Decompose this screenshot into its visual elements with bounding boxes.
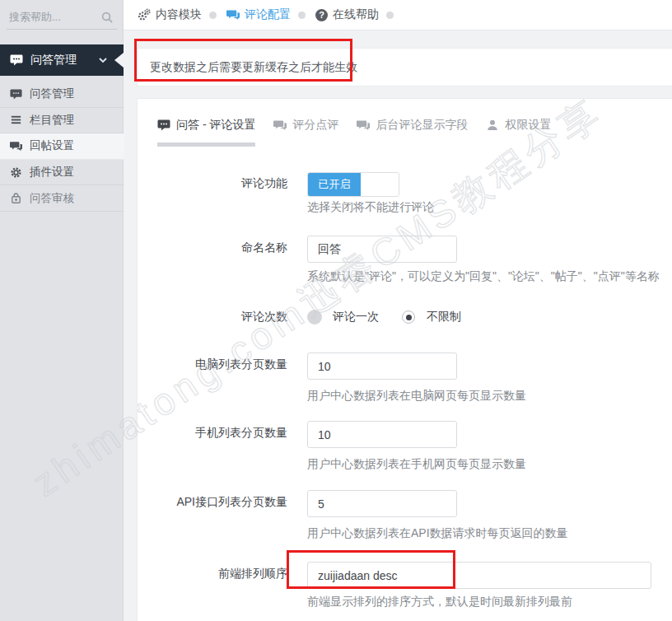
sort-order-input[interactable] xyxy=(307,562,651,589)
search-icon[interactable] xyxy=(100,11,114,24)
comments-icon xyxy=(357,119,370,132)
search-input[interactable] xyxy=(7,11,100,23)
tab-label: 后台评论显示字段 xyxy=(376,118,468,133)
sidebar-item-column-management[interactable]: 栏目管理 xyxy=(0,108,124,134)
sidebar-item-label: 插件设置 xyxy=(30,165,74,180)
sidebar-item-label: 问答审核 xyxy=(30,191,74,206)
cache-notice-text: 更改数据之后需要更新缓存之后才能生效 xyxy=(150,60,357,75)
field-label-sort-order: 前端排列顺序 xyxy=(138,560,287,586)
nav-tab-comment-config[interactable]: 评论配置 xyxy=(226,7,291,22)
tab-backend-comment-fields[interactable]: 后台评论显示字段 xyxy=(357,118,468,147)
comments-icon xyxy=(10,140,22,152)
nav-tab-dot[interactable] xyxy=(386,12,394,19)
field-label-api-page-size: API接口列表分页数量 xyxy=(138,488,287,515)
field-label-naming: 命名名称 xyxy=(138,234,287,260)
field-help: 前端显示排列的排序方式，默认是时间最新排列最前 xyxy=(307,595,572,609)
radio-label-comment-once: 评论一次 xyxy=(333,310,379,325)
sidebar-item-label: 问答管理 xyxy=(30,86,74,101)
sidebar-item-label: 栏目管理 xyxy=(30,113,74,128)
list-icon xyxy=(10,114,22,126)
pc-page-size-input[interactable] xyxy=(307,353,457,380)
tab-qa-comment-settings[interactable]: 问答 - 评论设置 xyxy=(157,118,255,147)
audit-lock-icon xyxy=(10,192,22,204)
nav-tab-label: 内容模块 xyxy=(156,7,202,22)
field-help: 系统默认是"评论"，可以定义为"回复"、"论坛"、"帖子"、"点评"等名称 xyxy=(307,269,660,284)
nav-tab-online-help[interactable]: ? 在线帮助 xyxy=(315,7,379,22)
sidebar-item-reply-settings[interactable]: 回帖设置 xyxy=(0,133,124,160)
cogs-icon xyxy=(138,8,151,21)
nav-tab-label: 在线帮助 xyxy=(333,7,379,22)
tab-rating-review[interactable]: 评分点评 xyxy=(273,118,338,147)
sidebar-item-plugin-settings[interactable]: 插件设置 xyxy=(0,160,124,186)
field-help: 选择关闭将不能进行评论 xyxy=(307,200,434,215)
mobile-page-size-input[interactable] xyxy=(307,421,457,448)
field-help: 用户中心数据列表在手机网页每页显示数量 xyxy=(307,457,526,472)
radio-label-unlimited: 不限制 xyxy=(427,310,461,325)
tab-permission-settings[interactable]: 权限设置 xyxy=(486,118,551,147)
admin-page: 问答管理 问答管理 xyxy=(0,0,672,621)
settings-panel: 问答 - 评论设置 评分点评 后台评论显示字段 xyxy=(137,98,672,621)
sidebar-item-qa-audit[interactable]: 问答审核 xyxy=(0,185,124,212)
field-label-pc-page-size: 电脑列表分页数量 xyxy=(138,351,287,377)
gear-icon xyxy=(10,166,22,179)
top-navbar: 内容模块 评论配置 ? 在线帮助 xyxy=(124,0,672,30)
naming-input[interactable] xyxy=(307,236,457,263)
question-circle-icon: ? xyxy=(315,9,328,21)
field-label-comment-function: 评论功能 xyxy=(138,170,287,196)
user-icon xyxy=(486,119,499,132)
radio-comment-once[interactable] xyxy=(307,310,322,325)
comment-icon xyxy=(10,88,22,100)
comment-icon xyxy=(157,119,170,132)
radio-unlimited[interactable] xyxy=(402,310,415,324)
field-help: 用户中心数据列表在API数据请求时每页返回的数量 xyxy=(307,526,568,541)
sidebar-search xyxy=(7,5,117,30)
field-label-mobile-page-size: 手机列表分页数量 xyxy=(138,419,287,446)
comment-count-radio-group: 评论一次 不限制 xyxy=(307,305,461,329)
sidebar: 问答管理 问答管理 xyxy=(0,0,124,621)
chevron-down-icon xyxy=(98,55,108,65)
api-page-size-input[interactable] xyxy=(307,490,457,517)
field-label-comment-count: 评论次数 xyxy=(138,303,287,329)
settings-tabs: 问答 - 评论设置 评分点评 后台评论显示字段 xyxy=(157,118,551,147)
toggle-on-segment[interactable]: 已开启 xyxy=(308,173,361,196)
cache-notice-panel: 更改数据之后需要更新缓存之后才能生效 xyxy=(137,48,672,86)
nav-tab-dot[interactable] xyxy=(209,12,217,19)
field-help: 用户中心数据列表在电脑网页每页显示数量 xyxy=(307,389,526,404)
sidebar-menu: 问答管理 栏目管理 回帖设置 xyxy=(0,82,124,212)
sidebar-group-label: 问答管理 xyxy=(30,53,77,68)
comments-icon xyxy=(10,54,23,67)
comment-function-toggle[interactable]: 已开启 xyxy=(307,172,399,197)
sidebar-item-qa-management[interactable]: 问答管理 xyxy=(0,82,124,108)
nav-tab-label: 评论配置 xyxy=(245,7,291,22)
nav-tab-content-module[interactable]: 内容模块 xyxy=(138,7,202,22)
comments-icon xyxy=(273,119,287,132)
toggle-off-segment[interactable] xyxy=(361,173,399,196)
tab-label: 权限设置 xyxy=(505,118,551,133)
nav-tab-dot[interactable] xyxy=(298,12,306,19)
comments-icon xyxy=(226,8,240,21)
tab-label: 问答 - 评论设置 xyxy=(176,118,255,133)
sidebar-group-qa-management[interactable]: 问答管理 xyxy=(0,44,124,76)
sidebar-item-label: 回帖设置 xyxy=(30,138,74,153)
tab-label: 评分点评 xyxy=(292,118,338,133)
